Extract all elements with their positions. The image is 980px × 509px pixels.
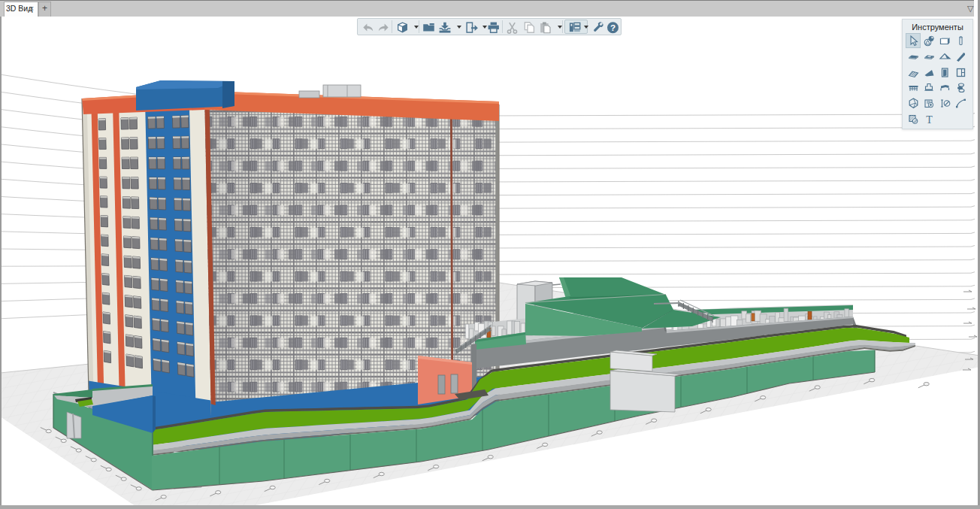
svg-text:?: ? <box>609 23 615 32</box>
svg-text:T: T <box>926 114 933 126</box>
